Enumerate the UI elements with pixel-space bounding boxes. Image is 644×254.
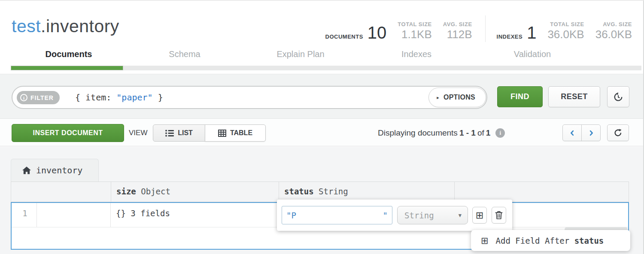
pagination-info-icon[interactable]: i bbox=[495, 128, 505, 138]
documents-stat: DOCUMENTS 10 bbox=[325, 24, 387, 41]
menu-label-prefix: Add Field After bbox=[496, 236, 574, 245]
compass-documents-view: test.inventory DOCUMENTS 10 TOTAL SIZE 1… bbox=[0, 0, 644, 254]
pagination-controls bbox=[562, 124, 601, 141]
documents-avg-size-stat: AVG. SIZE 112B bbox=[443, 21, 472, 42]
indexes-total-size-value: 36.0KB bbox=[547, 27, 584, 42]
next-page-button[interactable] bbox=[581, 124, 601, 141]
collection-stats: DOCUMENTS 10 TOTAL SIZE 1.1KB AVG. SIZE … bbox=[325, 12, 632, 42]
indexes-avg-size-label: AVG. SIZE bbox=[595, 21, 632, 27]
query-history-button[interactable] bbox=[607, 86, 629, 107]
cell-editor-popup: "P " String ▼ ⊞ bbox=[277, 200, 512, 231]
documents-total-size-label: TOTAL SIZE bbox=[398, 21, 431, 27]
options-caret-icon: ▸ bbox=[437, 95, 439, 100]
type-select-dropdown[interactable]: String ▼ bbox=[397, 206, 468, 224]
indexes-avg-size-value: 36.0KB bbox=[595, 27, 632, 42]
view-switcher: LIST TABLE bbox=[153, 124, 266, 142]
status-prefix: Displaying documents bbox=[378, 128, 458, 138]
pagination-status: Displaying documents 1 - 1 of 1 i bbox=[378, 119, 505, 146]
cell-divider bbox=[36, 203, 37, 227]
indexes-total-size-stat: TOTAL SIZE 36.0KB bbox=[547, 21, 584, 42]
insert-document-button[interactable]: INSERT DOCUMENT bbox=[12, 124, 124, 142]
prev-page-button[interactable] bbox=[562, 124, 582, 141]
indexes-count: 1 bbox=[527, 24, 536, 41]
add-field-button[interactable]: ⊞ bbox=[472, 207, 487, 224]
documents-total-size-stat: TOTAL SIZE 1.1KB bbox=[398, 21, 431, 42]
query-string-value: "paper" bbox=[116, 92, 152, 103]
documents-avg-size-value: 112B bbox=[443, 27, 472, 42]
tab-validation[interactable]: Validation bbox=[474, 49, 590, 59]
collection-name: inventory bbox=[46, 16, 119, 36]
grid-header-row: size Object status String bbox=[11, 181, 629, 202]
database-name: test bbox=[12, 16, 41, 36]
filter-query-text: { item: "paper" } bbox=[75, 92, 163, 103]
refresh-documents-button[interactable] bbox=[607, 124, 629, 141]
view-label: VIEW bbox=[129, 119, 147, 146]
indexes-stat: INDEXES 1 bbox=[497, 24, 537, 41]
table-icon bbox=[218, 130, 226, 137]
breadcrumb-label: inventory bbox=[36, 165, 82, 175]
status-of: of bbox=[477, 128, 484, 138]
table-label: TABLE bbox=[230, 129, 252, 137]
column-name: status bbox=[284, 187, 314, 196]
documents-count: 10 bbox=[368, 24, 387, 41]
indexes-label: INDEXES bbox=[497, 33, 523, 40]
column-type: String bbox=[319, 187, 348, 196]
add-square-icon: ⊞ bbox=[481, 236, 489, 246]
table-view-area: inventory size Object status String 1 {}… bbox=[0, 147, 644, 254]
row-number: 1 bbox=[18, 209, 31, 218]
documents-label: DOCUMENTS bbox=[325, 33, 363, 40]
query-bar: i FILTER { item: "paper" } ▸ OPTIONS FIN… bbox=[0, 74, 644, 119]
menu-target-field: status bbox=[574, 236, 604, 245]
add-field-menu: ⊞ Add Field After status bbox=[471, 230, 630, 251]
documents-total-size-value: 1.1KB bbox=[398, 27, 431, 42]
delete-field-button[interactable] bbox=[492, 207, 506, 224]
reset-button[interactable]: RESET bbox=[548, 86, 600, 107]
find-button[interactable]: FIND bbox=[497, 86, 543, 107]
status-total: 1 bbox=[486, 128, 491, 138]
options-label: OPTIONS bbox=[444, 94, 475, 101]
history-icon bbox=[613, 92, 623, 102]
query-suffix: } bbox=[153, 92, 163, 103]
header-divider bbox=[279, 182, 279, 202]
documents-toolbar: INSERT DOCUMENT VIEW LIST bbox=[0, 119, 644, 146]
tab-underline-track bbox=[11, 66, 641, 70]
tab-documents[interactable]: Documents bbox=[11, 49, 127, 59]
trash-icon bbox=[495, 211, 503, 220]
table-view-button[interactable]: TABLE bbox=[205, 124, 266, 142]
breadcrumb-tab[interactable]: inventory bbox=[11, 159, 99, 181]
query-prefix: { item: bbox=[75, 92, 116, 103]
documents-avg-size-label: AVG. SIZE bbox=[443, 21, 472, 27]
tab-explain-plan[interactable]: Explain Plan bbox=[243, 49, 358, 59]
size-object-cell[interactable]: {} 3 fields bbox=[116, 209, 170, 218]
status-range: 1 - 1 bbox=[459, 128, 476, 138]
chevron-left-icon bbox=[568, 129, 576, 137]
indexes-total-size-label: TOTAL SIZE bbox=[547, 21, 584, 27]
tab-indexes[interactable]: Indexes bbox=[358, 49, 474, 59]
header-divider bbox=[111, 182, 111, 202]
chevron-down-icon: ▼ bbox=[459, 212, 462, 218]
filter-info-icon: i bbox=[20, 94, 27, 101]
column-name: size bbox=[116, 187, 136, 196]
cell-divider bbox=[110, 203, 111, 227]
refresh-icon bbox=[614, 128, 623, 137]
closing-quote: " bbox=[383, 211, 388, 220]
column-header-size: size Object bbox=[116, 187, 170, 196]
filter-pill[interactable]: i FILTER bbox=[17, 91, 60, 104]
list-view-button[interactable]: LIST bbox=[153, 124, 205, 142]
header-divider bbox=[454, 182, 455, 202]
type-select-value: String bbox=[404, 211, 434, 220]
list-label: LIST bbox=[178, 129, 193, 137]
string-value-input[interactable]: "P " bbox=[282, 206, 392, 224]
list-icon bbox=[165, 130, 174, 137]
home-icon bbox=[22, 166, 31, 175]
column-type: Object bbox=[141, 187, 170, 196]
value-text: "P bbox=[286, 211, 296, 220]
tab-schema[interactable]: Schema bbox=[127, 49, 243, 59]
filter-pill-label: FILTER bbox=[30, 94, 54, 101]
active-tab-indicator bbox=[11, 66, 123, 70]
namespace-dot: . bbox=[41, 16, 46, 36]
options-button[interactable]: ▸ OPTIONS bbox=[428, 88, 486, 107]
filter-input[interactable]: i FILTER { item: "paper" } ▸ OPTIONS bbox=[12, 86, 487, 109]
indexes-avg-size-stat: AVG. SIZE 36.0KB bbox=[595, 21, 632, 42]
add-field-after-item[interactable]: Add Field After status bbox=[496, 236, 604, 245]
